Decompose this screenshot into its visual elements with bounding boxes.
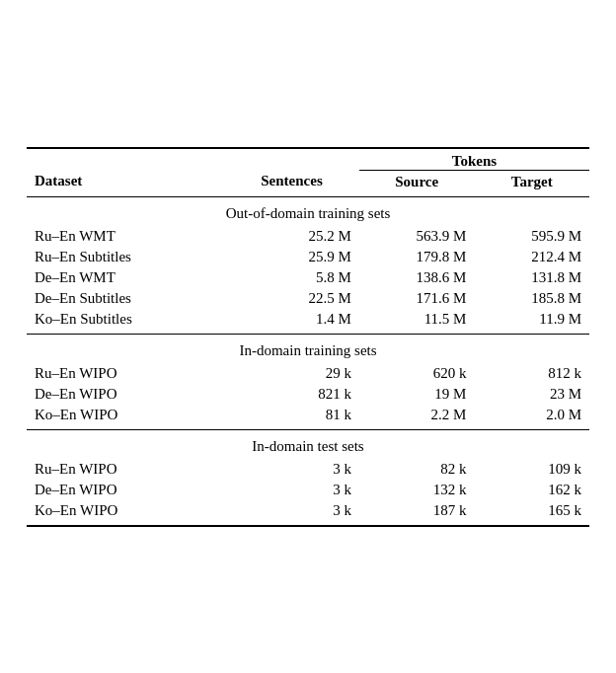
target-cell: 185.8 M [474,288,589,309]
dataset-cell: De–En WIPO [27,480,224,500]
table-row: Ru–En WIPO3 k82 k109 k [27,459,589,480]
source-cell: 171.6 M [359,288,475,309]
sentences-col-header: Sentences [224,170,359,196]
target-cell: 11.9 M [474,309,589,335]
section-title: In-domain test sets [27,429,589,459]
dataset-cell: Ru–En WIPO [27,363,224,384]
dataset-cell: Ru–En Subtitles [27,247,224,267]
dataset-cell: Ru–En WIPO [27,459,224,480]
dataset-cell: De–En WIPO [27,384,224,405]
source-cell: 11.5 M [359,309,475,335]
target-cell: 2.0 M [474,405,589,430]
source-cell: 187 k [359,500,475,526]
target-cell: 162 k [474,480,589,500]
sentences-cell: 25.2 M [224,226,359,247]
sentences-cell: 1.4 M [224,309,359,335]
source-cell: 563.9 M [359,226,475,247]
tokens-header-row: Tokens [27,148,589,171]
table-row: De–En Subtitles22.5 M171.6 M185.8 M [27,288,589,309]
dataset-col-header: Dataset [27,170,224,196]
data-table: Tokens Dataset Sentences Source Target O… [27,147,589,527]
target-cell: 23 M [474,384,589,405]
section-title: Out-of-domain training sets [27,196,589,226]
column-header-row: Dataset Sentences Source Target [27,170,589,196]
table-container: Tokens Dataset Sentences Source Target O… [27,147,589,527]
target-cell: 812 k [474,363,589,384]
dataset-cell: Ko–En WIPO [27,500,224,526]
table-row: Ko–En Subtitles1.4 M11.5 M11.9 M [27,309,589,335]
table-row: Ru–En Subtitles25.9 M179.8 M212.4 M [27,247,589,267]
table-row: De–En WIPO821 k19 M23 M [27,384,589,405]
target-cell: 212.4 M [474,247,589,267]
section-title: In-domain training sets [27,334,589,363]
table-row: De–En WIPO3 k132 k162 k [27,480,589,500]
target-col-header: Target [474,170,589,196]
section-header-row: Out-of-domain training sets [27,196,589,226]
dataset-cell: Ko–En WIPO [27,405,224,430]
sentences-cell: 821 k [224,384,359,405]
source-cell: 19 M [359,384,475,405]
source-cell: 179.8 M [359,247,475,267]
dataset-cell: Ru–En WMT [27,226,224,247]
dataset-cell: De–En WMT [27,267,224,288]
sentences-cell: 3 k [224,480,359,500]
sentences-cell: 3 k [224,500,359,526]
table-row: De–En WMT5.8 M138.6 M131.8 M [27,267,589,288]
sentences-cell: 22.5 M [224,288,359,309]
table-body: Out-of-domain training setsRu–En WMT25.2… [27,196,589,526]
dataset-cell: Ko–En Subtitles [27,309,224,335]
tokens-group-header: Tokens [359,148,589,171]
source-cell: 620 k [359,363,475,384]
source-cell: 2.2 M [359,405,475,430]
source-col-header: Source [359,170,475,196]
sentences-cell: 81 k [224,405,359,430]
source-cell: 138.6 M [359,267,475,288]
dataset-cell: De–En Subtitles [27,288,224,309]
sentences-cell: 3 k [224,459,359,480]
source-cell: 82 k [359,459,475,480]
target-cell: 595.9 M [474,226,589,247]
sentences-cell: 25.9 M [224,247,359,267]
empty-header-1 [27,148,359,171]
target-cell: 165 k [474,500,589,526]
source-cell: 132 k [359,480,475,500]
table-row: Ru–En WMT25.2 M563.9 M595.9 M [27,226,589,247]
table-row: Ko–En WIPO3 k187 k165 k [27,500,589,526]
target-cell: 109 k [474,459,589,480]
sentences-cell: 5.8 M [224,267,359,288]
section-header-row: In-domain test sets [27,429,589,459]
sentences-cell: 29 k [224,363,359,384]
target-cell: 131.8 M [474,267,589,288]
table-row: Ru–En WIPO29 k620 k812 k [27,363,589,384]
section-header-row: In-domain training sets [27,334,589,363]
table-row: Ko–En WIPO81 k2.2 M2.0 M [27,405,589,430]
